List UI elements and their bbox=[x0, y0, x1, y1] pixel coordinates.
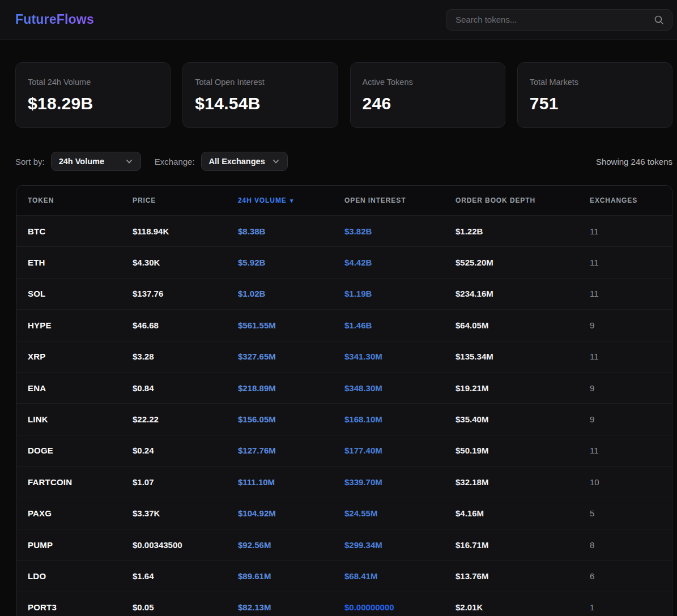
token-symbol: PAXG bbox=[28, 508, 133, 518]
token-volume: $218.89M bbox=[238, 383, 344, 393]
token-depth: $64.05M bbox=[455, 320, 590, 330]
token-exchanges: 11 bbox=[590, 446, 661, 455]
token-symbol: DOGE bbox=[28, 446, 133, 455]
token-open-interest: $0.00000000 bbox=[344, 602, 455, 612]
token-depth: $2.01K bbox=[455, 602, 590, 612]
table-row[interactable]: HYPE $46.68 $561.55M $1.46B $64.05M 9 bbox=[16, 309, 672, 340]
stat-value: $14.54B bbox=[195, 94, 325, 113]
table-row[interactable]: PAXG $3.37K $104.92M $24.55M $4.16M 5 bbox=[16, 498, 672, 529]
token-open-interest: $1.46B bbox=[344, 320, 455, 330]
stat-card-open-interest: Total Open Interest $14.54B bbox=[182, 62, 338, 128]
token-symbol: PORT3 bbox=[28, 602, 133, 612]
token-depth: $4.16M bbox=[455, 508, 590, 518]
stat-card-active-tokens: Active Tokens 246 bbox=[350, 62, 505, 128]
table-row[interactable]: PUMP $0.00343500 $92.56M $299.34M $16.71… bbox=[16, 529, 672, 560]
token-symbol: LDO bbox=[28, 571, 133, 581]
stat-label: Total 24h Volume bbox=[28, 78, 158, 87]
stat-value: 246 bbox=[363, 94, 493, 113]
stats-row: Total 24h Volume $18.29B Total Open Inte… bbox=[15, 62, 672, 128]
exchange-label: Exchange: bbox=[155, 157, 195, 166]
app-logo: FutureFlows bbox=[15, 12, 94, 27]
table-row[interactable]: LINK $22.22 $156.05M $168.10M $35.40M 9 bbox=[16, 403, 672, 434]
table-row[interactable]: DOGE $0.24 $127.76M $177.40M $50.19M 11 bbox=[16, 435, 672, 466]
table-row[interactable]: SOL $137.76 $1.02B $1.19B $234.16M 11 bbox=[16, 278, 672, 309]
table-row[interactable]: ETH $4.30K $5.92B $4.42B $525.20M 11 bbox=[16, 246, 672, 277]
token-depth: $234.16M bbox=[455, 289, 590, 298]
token-price: $46.68 bbox=[133, 320, 238, 330]
token-depth: $32.18M bbox=[455, 477, 590, 487]
token-symbol: XRP bbox=[28, 352, 133, 361]
stat-card-total-volume: Total 24h Volume $18.29B bbox=[15, 62, 171, 128]
token-symbol: SOL bbox=[28, 289, 133, 298]
token-exchanges: 11 bbox=[590, 258, 661, 267]
table-row[interactable]: FARTCOIN $1.07 $111.10M $339.70M $32.18M… bbox=[16, 466, 672, 497]
token-volume: $327.65M bbox=[238, 352, 344, 361]
search-box bbox=[446, 9, 672, 31]
column-header-open-interest[interactable]: OPEN INTEREST bbox=[344, 196, 455, 204]
table-row[interactable]: ENA $0.84 $218.89M $348.30M $19.21M 9 bbox=[16, 372, 672, 403]
stat-label: Active Tokens bbox=[363, 78, 493, 87]
search-input[interactable] bbox=[446, 9, 672, 31]
token-price: $0.24 bbox=[133, 446, 238, 455]
token-symbol: BTC bbox=[28, 226, 133, 236]
table-header: TOKENPRICE24H VOLUME▼OPEN INTERESTORDER … bbox=[16, 186, 672, 215]
search-icon bbox=[653, 14, 665, 25]
token-price: $0.00343500 bbox=[133, 540, 238, 550]
token-symbol: FARTCOIN bbox=[28, 477, 133, 487]
token-open-interest: $177.40M bbox=[344, 446, 455, 455]
table-row[interactable]: XRP $3.28 $327.65M $341.30M $135.34M 11 bbox=[16, 341, 672, 372]
column-header-price[interactable]: PRICE bbox=[133, 196, 238, 204]
token-depth: $1.22B bbox=[455, 226, 590, 236]
token-price: $3.28 bbox=[133, 352, 238, 361]
sort-by-label: Sort by: bbox=[15, 157, 45, 166]
token-price: $1.07 bbox=[133, 477, 238, 487]
table-row[interactable]: LDO $1.64 $89.61M $68.41M $13.76M 6 bbox=[16, 560, 672, 591]
token-open-interest: $1.19B bbox=[344, 289, 455, 298]
token-depth: $16.71M bbox=[455, 540, 590, 550]
exchange-dropdown[interactable]: All Exchanges bbox=[201, 152, 288, 171]
token-volume: $111.10M bbox=[238, 477, 344, 487]
token-price: $0.05 bbox=[133, 602, 238, 612]
token-volume: $8.38B bbox=[238, 226, 344, 236]
column-header-token[interactable]: TOKEN bbox=[28, 196, 133, 204]
token-symbol: HYPE bbox=[28, 320, 133, 330]
token-open-interest: $341.30M bbox=[344, 352, 455, 361]
token-symbol: ETH bbox=[28, 258, 133, 267]
stat-value: $18.29B bbox=[28, 94, 158, 113]
sort-dropdown-value: 24h Volume bbox=[59, 157, 104, 166]
token-exchanges: 1 bbox=[590, 602, 661, 612]
token-open-interest: $339.70M bbox=[344, 477, 455, 487]
token-depth: $19.21M bbox=[455, 383, 590, 393]
token-volume: $104.92M bbox=[238, 508, 344, 518]
sort-direction-icon: ▼ bbox=[289, 198, 295, 204]
token-volume: $89.61M bbox=[238, 571, 344, 581]
column-header-order-book-depth[interactable]: ORDER BOOK DEPTH bbox=[455, 196, 590, 204]
tokens-table: TOKENPRICE24H VOLUME▼OPEN INTERESTORDER … bbox=[16, 185, 672, 616]
table-row[interactable]: BTC $118.94K $8.38B $3.82B $1.22B 11 bbox=[16, 215, 672, 246]
token-price: $3.37K bbox=[133, 508, 238, 518]
token-price: $22.22 bbox=[133, 414, 238, 424]
table-row[interactable]: PORT3 $0.05 $82.13M $0.00000000 $2.01K 1 bbox=[16, 592, 672, 616]
table-body: BTC $118.94K $8.38B $3.82B $1.22B 11 ETH… bbox=[16, 215, 672, 616]
token-price: $118.94K bbox=[133, 226, 238, 236]
token-open-interest: $348.30M bbox=[344, 383, 455, 393]
token-price: $1.64 bbox=[133, 571, 238, 581]
column-header-exchanges[interactable]: EXCHANGES bbox=[590, 196, 661, 204]
token-price: $4.30K bbox=[133, 258, 238, 267]
token-exchanges: 9 bbox=[590, 383, 661, 393]
token-exchanges: 10 bbox=[590, 477, 661, 487]
token-volume: $92.56M bbox=[238, 540, 344, 550]
chevron-down-icon bbox=[272, 157, 280, 165]
sort-dropdown[interactable]: 24h Volume bbox=[51, 152, 141, 171]
stat-label: Total Open Interest bbox=[195, 78, 325, 87]
token-exchanges: 5 bbox=[590, 508, 661, 518]
top-bar: FutureFlows bbox=[0, 0, 677, 40]
column-header-24h-volume[interactable]: 24H VOLUME▼ bbox=[238, 196, 344, 204]
stat-label: Total Markets bbox=[530, 78, 660, 87]
token-volume: $82.13M bbox=[238, 602, 344, 612]
token-open-interest: $168.10M bbox=[344, 414, 455, 424]
token-depth: $13.76M bbox=[455, 571, 590, 581]
token-exchanges: 8 bbox=[590, 540, 661, 550]
token-symbol: PUMP bbox=[28, 540, 133, 550]
token-open-interest: $3.82B bbox=[344, 226, 455, 236]
